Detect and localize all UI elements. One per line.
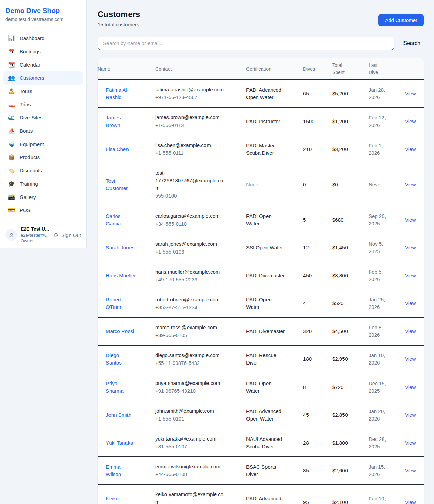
table-row: Fatima Al-Rashid fatima.alrashid@example… [98, 80, 424, 108]
user-role: Owner [21, 238, 50, 243]
view-customer-link[interactable]: View [405, 118, 424, 125]
page-title: Customers [98, 10, 140, 19]
nav-item-icon: 💳 [8, 207, 15, 213]
view-customer-link[interactable]: View [405, 216, 424, 224]
customer-phone: +1-555-0101 [155, 415, 238, 423]
customer-name-link[interactable]: Hans Mueller [106, 272, 136, 279]
customers-table-card: Name Contact Certification Dives Total S… [98, 58, 424, 504]
customer-dives: 45 [303, 411, 324, 419]
customer-dives: 8 [303, 384, 324, 391]
sidebar-item[interactable]: 🌊 Dive Sites [3, 111, 83, 124]
view-customer-link[interactable]: View [405, 411, 424, 419]
view-customer-link[interactable]: View [405, 467, 424, 474]
sidebar-item[interactable]: 🏷️ Discounts [3, 164, 83, 177]
sign-out-button[interactable]: Sign Out [53, 232, 81, 238]
view-customer-link[interactable]: View [405, 300, 424, 307]
search-input[interactable] [98, 37, 394, 50]
nav-item-icon: 📸 [8, 194, 15, 200]
customer-name-link[interactable]: Test Customer [106, 177, 136, 192]
customer-last-dive: Feb 10, 2026 [369, 495, 392, 504]
customer-email: emma.wilson@example.com [155, 463, 225, 470]
customer-total-spent: $3,200 [332, 146, 360, 153]
customer-total-spent: $2,950 [332, 355, 360, 363]
sidebar-item[interactable]: 🏝️ Tours [3, 85, 83, 98]
customer-certification: PADI Open Water [246, 296, 285, 311]
view-customer-link[interactable]: View [405, 328, 424, 335]
sidebar-item[interactable]: 🚤 Trips [3, 98, 83, 111]
customer-last-dive: Jan 20, 2026 [369, 408, 392, 423]
sidebar-user-section: E2E Test U... e2e-tester@... Owner Sign … [0, 222, 86, 248]
sidebar-item[interactable]: 📸 Gallery [3, 190, 83, 204]
column-header [405, 58, 424, 80]
sidebar-item[interactable]: 📦 Products [3, 151, 83, 164]
customer-email: lisa.chen@example.com [155, 142, 225, 149]
user-name: E2E Test U... [21, 226, 50, 232]
customer-phone: 555-0100 [155, 192, 238, 200]
view-customer-link[interactable]: View [405, 499, 424, 504]
sidebar-item[interactable]: 🎓 Training [3, 177, 83, 190]
customer-phone: +39-555-0105 [155, 332, 238, 339]
customer-dives: 95 [303, 499, 324, 504]
customer-certification: PADI Advanced Open Water [246, 408, 285, 423]
sidebar-item[interactable]: ⛵ Boats [3, 124, 83, 137]
customer-email: sarah.jones@example.com [155, 240, 225, 248]
customer-total-spent: $1,800 [332, 439, 360, 447]
customer-dives: 180 [303, 355, 324, 363]
customer-name-link[interactable]: Emma Wilson [106, 463, 136, 478]
customer-total-spent: $2,850 [332, 411, 360, 419]
sidebar-item[interactable]: 🤿 Equipment [3, 137, 83, 151]
view-customer-link[interactable]: View [405, 181, 424, 188]
sidebar-item[interactable]: 📆 Calendar [3, 58, 83, 71]
customer-phone: +971-55-123-4567 [155, 94, 238, 101]
table-row: Yuki Tanaka yuki.tanaka@example.com +81-… [98, 429, 424, 457]
customer-email: priya.sharma@example.com [155, 379, 225, 387]
customer-name-link[interactable]: John Smith [106, 411, 136, 419]
customer-name-link[interactable]: Priya Sharma [106, 380, 136, 395]
sidebar-item[interactable]: 👥 Customers [3, 71, 83, 85]
customer-name-link[interactable]: Fatima Al-Rashid [106, 86, 136, 101]
customer-name-link[interactable]: Carlos Garcia [106, 212, 136, 227]
customer-total-spent: $720 [332, 384, 360, 391]
user-email: e2e-tester@... [21, 232, 50, 238]
customer-name-link[interactable]: Yuki Tanaka [106, 439, 136, 447]
customer-name-link[interactable]: Marco Rossi [106, 328, 136, 335]
customer-phone: +1-555-0113 [155, 122, 238, 129]
sidebar-item-label: Trips [20, 101, 31, 107]
customer-name-link[interactable]: James Brown [106, 114, 136, 129]
view-customer-link[interactable]: View [405, 272, 424, 279]
customer-total-spent: $1,200 [332, 118, 360, 125]
customer-name-link[interactable]: Diego Santos [106, 352, 136, 367]
view-customer-link[interactable]: View [405, 439, 424, 447]
sidebar-item[interactable]: 📊 Dashboard [3, 32, 83, 45]
search-bar: Search [98, 37, 424, 50]
customer-certification: SSI Open Water [246, 244, 285, 251]
search-button[interactable]: Search [400, 40, 424, 46]
customer-name-link[interactable]: Keiko Yamamoto [106, 495, 136, 504]
sidebar-item-label: Discounts [20, 168, 42, 173]
customer-certification: PADI Open Water [246, 380, 285, 395]
sidebar-item[interactable]: 💳 POS [3, 204, 83, 217]
customer-total-spent: $2,600 [332, 467, 360, 474]
column-header: Dives [303, 58, 332, 80]
sidebar-item-label: Calendar [20, 62, 40, 68]
view-customer-link[interactable]: View [405, 244, 424, 251]
customer-name-link[interactable]: Lisa Chen [106, 146, 136, 153]
nav-item-icon: 🏝️ [8, 88, 15, 94]
view-customer-link[interactable]: View [405, 90, 424, 97]
sidebar-item[interactable]: 📅 Bookings [3, 45, 83, 58]
customer-email: hans.mueller@example.com [155, 268, 225, 276]
add-customer-button[interactable]: Add Customer [378, 14, 424, 26]
customer-name-link[interactable]: Robert O'Brien [106, 296, 136, 311]
sidebar-item-label: POS [20, 207, 31, 213]
customer-phone: +1-555-0111 [155, 149, 238, 157]
view-customer-link[interactable]: View [405, 355, 424, 363]
customer-name-link[interactable]: Sarah Jones [106, 244, 136, 251]
view-customer-link[interactable]: View [405, 146, 424, 153]
customer-last-dive: Jan 28, 2026 [369, 86, 392, 101]
nav-item-icon: 🎓 [8, 181, 15, 187]
sidebar-item-label: Customers [20, 75, 44, 81]
table-row: John Smith john.smith@example.com +1-555… [98, 401, 424, 429]
view-customer-link[interactable]: View [405, 384, 424, 391]
customer-phone: +44-555-0108 [155, 471, 238, 478]
customer-certification: PADI Master Scuba Diver [246, 142, 285, 157]
